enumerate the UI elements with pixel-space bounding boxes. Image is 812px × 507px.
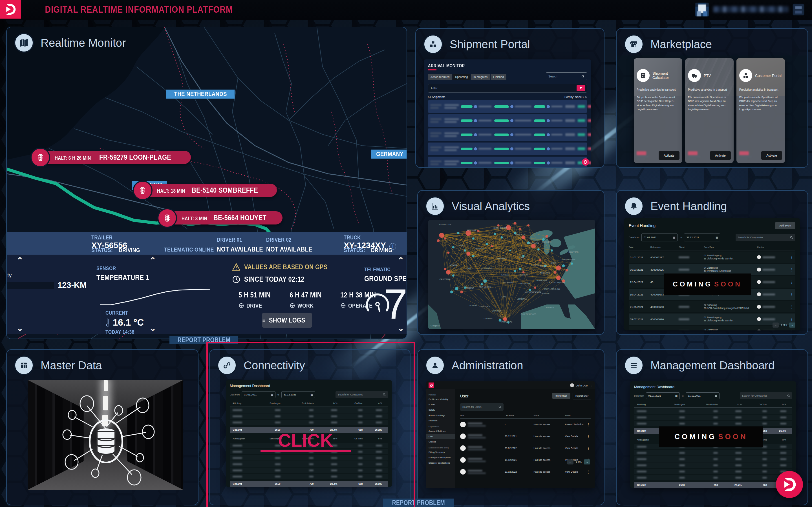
tile-marketplace[interactable]: Marketplace Shipment CalculatorPredictiv…	[616, 28, 808, 168]
kebab-menu-icon[interactable]: ⋮	[587, 422, 590, 427]
table-row-blurred[interactable]	[634, 469, 792, 474]
chevron-up-icon[interactable]: ⌃	[397, 256, 404, 265]
kebab-menu-icon[interactable]: ⋮	[790, 280, 794, 284]
us-network-map-screenshot[interactable]: WASHINGTONMONTANANORTH DAKOTAMINNESOTAWI…	[428, 220, 595, 329]
shipment-fab-logo[interactable]	[582, 158, 589, 166]
next-page-button[interactable]: →	[789, 323, 795, 328]
table-row-blurred[interactable]	[634, 450, 792, 455]
kebab-menu-icon[interactable]: ⋮	[790, 292, 794, 297]
date-to-input[interactable]: 31.12.2021▦	[282, 391, 315, 398]
sidebar-item[interactable]: Groups	[426, 439, 455, 445]
event-row[interactable]: 05.07.2021 400003810 01 Beauftragung11 L…	[629, 314, 795, 325]
table-row-blurred[interactable]	[230, 461, 388, 467]
kebab-menu-icon[interactable]: ⋮	[790, 330, 794, 331]
sidebar-item[interactable]: Manage Subscriptions	[426, 455, 455, 460]
sidebar-item[interactable]: Billing Summary	[426, 450, 455, 455]
sidebar-item[interactable]: E-Mail	[426, 402, 455, 407]
shipment-tab[interactable]: Action required	[428, 74, 452, 80]
chevron-up-icon[interactable]: ⌃	[16, 256, 23, 265]
john-doe-avatar[interactable]	[570, 383, 574, 387]
invite-user-button[interactable]: Invite user	[552, 393, 570, 399]
activate-button[interactable]: Activate	[761, 151, 782, 160]
tile-visual-analytics[interactable]: Visual Analytics WASHINGTONMONTANANORTH	[417, 190, 605, 335]
sidebar-item[interactable]: Account settings	[426, 413, 455, 418]
marketplace-card[interactable]: Shipment CalculatorPredictive analytics …	[634, 58, 682, 163]
shipment-row[interactable]: ⚠ ⋮	[428, 143, 587, 155]
brand-fab-button[interactable]	[776, 471, 803, 498]
event-row[interactable]: 09.09.2021 400003159 04 Zustellung40 Ver…	[629, 326, 795, 330]
arrival-monitor-screenshot[interactable]: ARRIVAL MONITOR Action requiredUpcomingI…	[424, 59, 591, 167]
prev-page-button[interactable]: ←	[772, 323, 779, 328]
company-search-input[interactable]: Search for Companies	[336, 391, 388, 398]
tile-event-handling[interactable]: Event Handling Event Handling Add Event …	[616, 190, 808, 335]
header-menu-pixelated[interactable]	[793, 4, 804, 15]
table-row-blurred[interactable]	[634, 456, 792, 462]
kebab-menu-icon[interactable]: ⋮	[587, 470, 590, 474]
show-logs-button[interactable]: SHOW LOGS	[262, 313, 312, 328]
event-handling-screenshot[interactable]: Event Handling Add Event Date from 01.01…	[624, 218, 800, 330]
table-row-blurred[interactable]	[634, 421, 792, 426]
chevron-down-icon[interactable]: ⌄	[16, 324, 23, 332]
administration-screenshot[interactable]: John Doe → Personal Profile and Visibili…	[426, 381, 595, 488]
add-event-button[interactable]: Add Event	[775, 222, 795, 229]
sidebar-item[interactable]: User	[426, 434, 455, 439]
table-row-blurred[interactable]	[230, 455, 388, 460]
kebab-menu-icon[interactable]: ⋮	[790, 255, 794, 260]
company-search-input[interactable]: Search for Companies	[735, 234, 795, 241]
next-page-button[interactable]: →	[584, 459, 590, 464]
halt-badge-loon-plage[interactable]: HALT: 6 H 26 MIN FR-59279 LOON-PLAGE	[38, 151, 191, 164]
table-row-blurred[interactable]	[230, 474, 388, 479]
tile-realtime-monitor[interactable]: THE NETHERLANDS BELGIUM GERMANY HALT: 6 …	[6, 27, 407, 339]
table-row-blurred[interactable]	[230, 413, 388, 419]
tile-master-data[interactable]: Master Data	[6, 349, 199, 505]
chevron-down-icon[interactable]: ⌄	[149, 324, 156, 332]
marketplace-card[interactable]: Customer PortalPredictive analytics in t…	[737, 58, 785, 163]
table-row-blurred[interactable]	[230, 420, 388, 425]
click-callout[interactable]: CLICK	[260, 432, 351, 452]
event-row[interactable]: 01.01.2021 400003297 01 Beauftragung11 L…	[629, 251, 795, 263]
company-search-input[interactable]: Search for Companies	[740, 392, 792, 399]
kebab-menu-icon[interactable]: ⋮	[790, 305, 794, 309]
date-from-input[interactable]: 01.01.2021▦	[242, 391, 275, 398]
kebab-menu-icon[interactable]: ⋮	[587, 434, 590, 439]
event-row[interactable]: 21.05.2021 400003660 02 Abholung28 ADR-A…	[629, 301, 795, 313]
kebab-menu-icon[interactable]: ⋮	[790, 268, 794, 272]
tile-connectivity[interactable]: Connectivity Management DashboardDate fr…	[209, 349, 410, 505]
table-row-blurred[interactable]	[634, 475, 792, 480]
marketplace-card[interactable]: PTVPredictive analytics in transportFür …	[685, 58, 733, 163]
table-row-blurred[interactable]	[230, 467, 388, 473]
logout-arrow-icon[interactable]: →	[590, 384, 592, 387]
export-user-button[interactable]: Export user	[573, 393, 591, 399]
sort-by[interactable]: Sort by: None ▾ ⇅	[564, 96, 587, 99]
user-row[interactable]: 23.02.2022 Has site access View Details⋮	[460, 466, 591, 478]
filter-input[interactable]: Filter	[428, 83, 587, 93]
shipment-row[interactable]: ⚠ ⋮	[428, 128, 587, 141]
user-row[interactable]: 30.12.2021 Has site access View Details⋮	[460, 431, 591, 442]
user-search-input[interactable]: Search for Users	[460, 403, 504, 411]
halt-badge-houyet[interactable]: HALT: 3 MIN BE-5664 HOUYET	[165, 211, 283, 224]
shipment-tab[interactable]: Finished	[491, 74, 506, 80]
date-from-input[interactable]: 01.01.2021▦	[642, 233, 677, 241]
halt-badge-sombreffe[interactable]: HALT: 18 MIN BE-5140 SOMBREFFE	[140, 184, 277, 197]
date-to-input[interactable]: 31.12.2021▦	[684, 233, 720, 241]
sidebar-item[interactable]: Products	[426, 418, 455, 424]
kebab-menu-icon[interactable]: ⋮	[587, 446, 590, 450]
table-row-blurred[interactable]	[230, 407, 388, 413]
table-row-blurred[interactable]	[634, 414, 792, 420]
brand-logo[interactable]	[0, 0, 21, 18]
date-to-input[interactable]: 31.12.2021▦	[686, 392, 719, 399]
shipment-row[interactable]: ⚠ ⋮	[428, 157, 587, 167]
sidebar-item[interactable]: Account Settings	[426, 429, 455, 434]
user-row[interactable]: - Has site access Resend invitation⋮	[460, 418, 591, 431]
table-row-blurred[interactable]	[634, 408, 792, 414]
prev-page-button[interactable]: ←	[567, 459, 573, 464]
tile-shipment-portal[interactable]: Shipment Portal ARRIVAL MONITOR Action r…	[415, 28, 605, 168]
chevron-up-icon[interactable]: ⌃	[149, 256, 156, 265]
search-input[interactable]: Search	[546, 72, 587, 80]
sidebar-item[interactable]: Profile and Visibility	[426, 397, 455, 402]
sidebar-item[interactable]: Discover applications	[426, 460, 455, 466]
filter-button[interactable]	[576, 85, 585, 91]
kebab-menu-icon[interactable]: ⋮	[790, 317, 794, 321]
user-row[interactable]: 03.02.2022 Has site access View Details⋮	[460, 442, 591, 454]
shipment-row[interactable]: ⚠ ⋮	[428, 114, 587, 127]
